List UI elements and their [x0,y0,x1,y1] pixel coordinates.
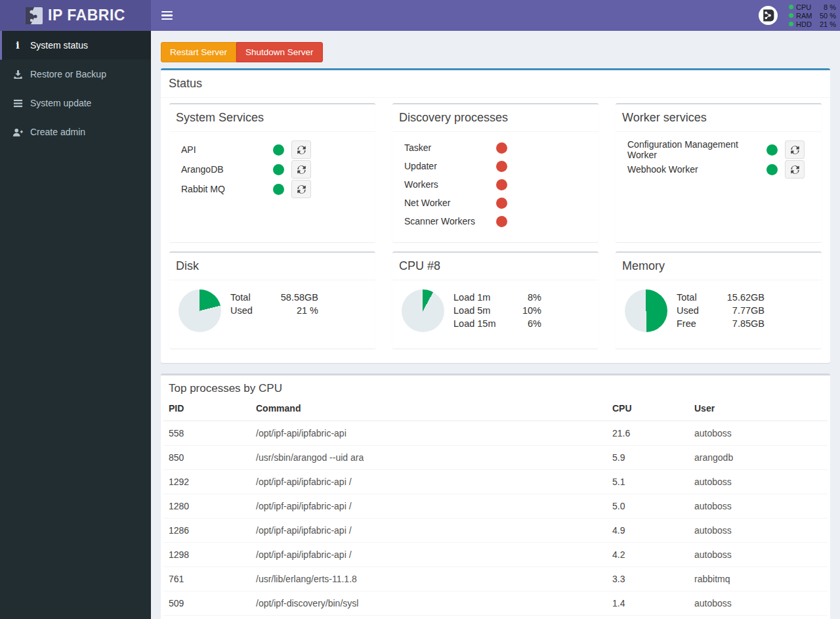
cell-command: /usr/lib/erlang/erts-11.1.8 [251,567,607,591]
process-row-tasker: Tasker [404,139,592,157]
disk-box: Disk Total58.58GB Used21 % [169,251,375,349]
disk-used-value: 21 % [278,304,318,317]
cpu-title: CPU #8 [399,259,440,272]
cell-pid: 1298 [163,543,251,567]
cell-user: rabbitmq [689,567,828,591]
cpu-pie-chart [402,289,444,332]
table-row[interactable]: 506 /opt/ipf-system-administrat 0.9 auto… [163,616,828,619]
disk-title: Disk [176,259,199,272]
restart-server-button[interactable]: Restart Server [161,42,236,62]
hdd-stat: HDD 21 % [789,20,836,28]
system-stats: CPU 8 % RAM 50 % HDD 21 % [789,3,836,28]
refresh-worker-button[interactable] [785,160,805,179]
service-row-arangodb: ArangoDB [181,160,369,179]
brand-text: IP FABRIC [48,7,125,24]
process-label: Net Worker [404,198,496,208]
column-header-pid[interactable]: PID [163,396,251,421]
sidebar-toggle-icon[interactable] [151,0,182,31]
table-row[interactable]: 1292 /opt/ipf-api/ipfabric-api / 5.1 aut… [163,470,828,494]
status-box-header: Status [161,70,830,98]
cell-user: autoboss [689,470,828,494]
worker-services-title: Worker services [622,111,707,124]
discovery-processes-title: Discovery processes [399,111,508,124]
table-row[interactable]: 1280 /opt/ipf-api/ipfabric-api / 5.0 aut… [163,494,828,519]
sidebar-item-system-status[interactable]: i System status [0,31,151,60]
status-box: Status System Services API [161,68,830,363]
cell-command: /opt/ipf-api/ipfabric-api / [251,494,607,519]
worker-label: Webhook Worker [627,164,766,175]
process-row-workers: Workers [404,175,592,194]
refresh-service-button[interactable] [291,180,311,198]
memory-title: Memory [622,259,665,272]
server-actions: Restart ServerShutdown Server [161,42,830,62]
memory-free-label: Free [677,317,724,330]
download-icon [12,69,24,80]
sidebar-item-label: System update [30,98,91,108]
brand-logo[interactable]: IP FABRIC [0,0,151,31]
ram-status-dot [789,13,793,18]
cpu-load15-label: Load 15m [453,317,501,330]
cell-command: /opt/ipf-discovery/bin/sysl [251,591,607,616]
table-row[interactable]: 1286 /opt/ipf-api/ipfabric-api / 4.9 aut… [163,519,828,543]
system-services-title: System Services [176,111,264,124]
memory-total-value: 15.62GB [724,291,765,304]
sidebar-item-system-update[interactable]: System update [0,89,151,117]
process-row-updater: Updater [404,157,592,175]
cell-pid: 850 [163,446,251,470]
cell-user: autoboss [689,543,828,567]
memory-used-value: 7.77GB [724,304,765,317]
table-row[interactable]: 558 /opt/ipf-api/ipfabric-api 21.6 autob… [163,421,828,446]
cell-user: autoboss [689,616,828,619]
table-row[interactable]: 509 /opt/ipf-discovery/bin/sysl 1.4 auto… [163,591,828,616]
top-processes-title: Top processes by CPU [169,382,282,395]
process-label: Scanner Workers [404,216,496,226]
status-box-title: Status [169,77,202,90]
table-row[interactable]: 1298 /opt/ipf-api/ipfabric-api / 4.2 aut… [163,543,828,567]
status-dot-green [273,184,284,195]
column-header-command[interactable]: Command [251,396,607,421]
refresh-worker-button[interactable] [785,140,805,159]
cpu-stat: CPU 8 % [789,3,836,11]
worker-row-webhook: Webhook Worker [627,160,815,179]
sidebar-item-restore-backup[interactable]: Restore or Backup [0,60,151,89]
cell-pid: 761 [163,567,251,591]
column-header-cpu[interactable]: CPU [607,396,689,421]
table-row[interactable]: 850 /usr/sbin/arangod --uid ara 5.9 aran… [163,446,828,470]
cell-pid: 509 [163,591,251,616]
disk-used-label: Used [230,304,278,317]
worker-label: Configuration Management Worker [627,139,766,160]
cpu-stat-value: 8 % [816,3,836,11]
service-label: Rabbit MQ [181,184,273,194]
cell-cpu: 3.3 [607,567,689,591]
worker-row-config-mgmt: Configuration Management Worker [627,140,815,160]
refresh-service-button[interactable] [291,140,311,159]
cell-user: autoboss [689,519,828,543]
disk-pie-chart [178,289,221,332]
table-header-row: PID Command CPU User [163,396,828,421]
service-row-api: API [181,140,369,160]
cpu-status-dot [789,5,793,9]
service-label: ArangoDB [181,164,273,175]
cpu-load1-value: 8% [501,291,541,304]
status-dot-red [496,216,507,227]
account-logo-icon[interactable] [759,6,778,25]
sidebar-item-create-admin[interactable]: Create admin [0,117,151,146]
column-header-user[interactable]: User [689,396,828,421]
shutdown-server-button[interactable]: Shutdown Server [236,42,323,62]
table-row[interactable]: 761 /usr/lib/erlang/erts-11.1.8 3.3 rabb… [163,567,828,591]
memory-box: Memory Total15.62GB Used7.77GB Free7.85G… [616,251,822,349]
process-row-scanner-workers: Scanner Workers [404,212,592,230]
cell-cpu: 4.2 [607,543,689,567]
cell-command: /opt/ipf-system-administrat [251,616,607,619]
cell-cpu: 5.9 [607,446,689,470]
cell-cpu: 5.1 [607,470,689,494]
cell-pid: 558 [163,421,251,446]
info-icon: i [12,40,24,51]
status-dot-red [496,142,507,154]
cell-user: autoboss [689,591,828,616]
refresh-service-button[interactable] [291,160,311,179]
memory-used-label: Used [677,304,724,317]
system-services-box: System Services API ArangoDB [169,103,375,242]
cell-user: arangodb [689,446,828,470]
cpu-load5-value: 10% [501,304,541,317]
